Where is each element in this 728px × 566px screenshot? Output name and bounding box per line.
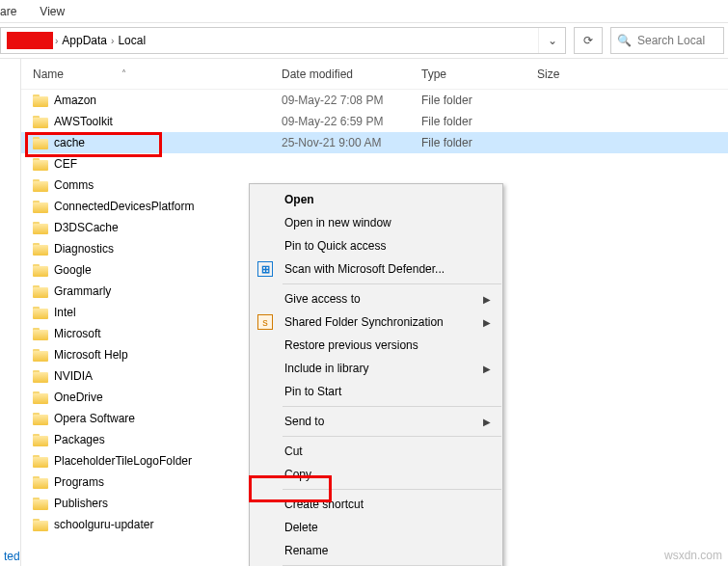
breadcrumb-appdata[interactable]: AppData [60,28,109,53]
file-name: Publishers [54,497,108,510]
ctx-open-new-window[interactable]: Open in new window [250,211,502,234]
ctx-separator [283,436,501,437]
watermark: wsxdn.com [664,549,722,562]
table-row[interactable]: cache25-Nov-21 9:00 AMFile folder [21,132,728,153]
file-name: NVIDIA [54,369,93,383]
folder-icon [33,307,48,319]
table-row[interactable]: AWSToolkit09-May-22 6:59 PMFile folder [21,111,728,132]
table-row[interactable]: Amazon09-May-22 7:08 PMFile folder [21,90,728,111]
file-name: Opera Software [54,412,135,425]
cell-date: 25-Nov-21 9:00 AM [270,136,410,149]
column-header-size[interactable]: Size [526,67,603,81]
ctx-create-shortcut[interactable]: Create shortcut [250,493,502,516]
ctx-separator [283,406,501,407]
file-name: OneDrive [54,391,103,404]
file-name: schoolguru-updater [54,518,153,531]
cell-name: cache [21,136,270,149]
folder-icon [33,243,48,256]
cell-name: OneDrive [21,391,270,404]
cell-date: 09-May-22 7:08 PM [270,94,410,107]
folder-icon [33,285,48,298]
column-header-name[interactable]: Name ˄ [21,67,270,81]
ctx-pin-to-start[interactable]: Pin to Start [250,380,502,403]
defender-icon: ⊞ [257,261,273,277]
file-name: D3DSCache [54,221,119,234]
ctx-restore-previous[interactable]: Restore previous versions [250,334,502,357]
file-name: Diagnostics [54,242,114,256]
file-name: AWSToolkit [54,115,113,128]
cell-name: NVIDIA [21,369,270,383]
cell-name: Microsoft Help [21,348,270,362]
ctx-give-access-to[interactable]: Give access to ▶ [250,287,502,310]
cell-name: AWSToolkit [21,115,270,128]
file-name: Intel [54,306,76,319]
tab-view[interactable]: View [28,0,76,22]
file-name: ConnectedDevicesPlatform [54,200,194,213]
column-name-label: Name [33,67,64,81]
ctx-copy[interactable]: Copy [250,463,502,486]
cell-date: 09-May-22 6:59 PM [270,115,410,128]
column-header-row: Name ˄ Date modified Type Size [21,59,728,90]
ctx-pin-quick-access[interactable]: Pin to Quick access [250,234,502,257]
folder-icon [33,222,48,234]
file-name: Microsoft [54,327,101,340]
footer-selected-link[interactable]: ted [4,550,20,563]
chevron-right-icon: ▶ [483,417,491,427]
cell-name: Publishers [21,497,270,510]
tab-share[interactable]: are [0,0,28,22]
folder-icon [33,455,48,468]
cell-name: Opera Software [21,412,270,425]
ctx-rename[interactable]: Rename [250,539,502,562]
ctx-include-library[interactable]: Include in library ▶ [250,357,502,380]
cell-name: Comms [21,178,270,192]
cell-name: Programs [21,475,270,489]
chevron-right-icon: ▶ [483,317,491,328]
file-name: Comms [54,178,94,192]
cell-type: File folder [410,115,526,128]
ctx-open[interactable]: Open [250,188,502,211]
footer: ted [0,547,20,566]
table-row[interactable]: CEF [21,153,728,175]
ctx-separator [283,489,501,490]
file-name: Microsoft Help [54,348,128,362]
folder-icon [33,519,48,531]
ctx-include-library-label: Include in library [284,362,368,375]
folder-icon [33,370,48,383]
refresh-icon: ⟳ [583,34,593,47]
column-header-date[interactable]: Date modified [270,67,410,81]
address-dropdown[interactable]: ⌄ [538,28,565,53]
ctx-shared-folder-sync[interactable]: s Shared Folder Synchronization ▶ [250,310,502,334]
breadcrumb[interactable]: › AppData › Local [1,28,151,53]
ctx-send-to[interactable]: Send to ▶ [250,410,502,433]
context-menu: Open Open in new window Pin to Quick acc… [249,183,503,566]
folder-icon [33,476,48,489]
address-bar[interactable]: › AppData › Local ⌄ [0,27,566,54]
cell-name: D3DSCache [21,221,270,234]
search-placeholder: Search Local [637,34,705,47]
cell-type: File folder [410,136,526,149]
cell-name: Packages [21,433,270,446]
folder-icon [33,137,48,149]
chevron-right-icon: › [111,36,114,46]
folder-icon [33,94,48,107]
file-name: Google [54,263,92,277]
file-name: PlaceholderTileLogoFolder [54,454,192,468]
cell-name: Intel [21,306,270,319]
column-header-type[interactable]: Type [410,67,526,81]
ctx-separator [283,283,501,284]
address-row: › AppData › Local ⌄ ⟳ 🔍 Search Local [0,23,728,59]
ctx-shared-sync-label: Shared Folder Synchronization [284,315,444,329]
folder-icon [33,179,48,192]
ctx-cut[interactable]: Cut [250,440,502,463]
ctx-give-access-label: Give access to [284,292,361,306]
ctx-delete[interactable]: Delete [250,516,502,539]
ctx-scan-defender[interactable]: ⊞ Scan with Microsoft Defender... [250,257,502,281]
refresh-button[interactable]: ⟳ [574,27,603,54]
breadcrumb-local[interactable]: Local [116,28,148,53]
folder-icon [33,158,48,171]
folder-icon [33,498,48,510]
cell-name: schoolguru-updater [21,518,270,531]
folder-icon [33,264,48,277]
search-input[interactable]: 🔍 Search Local [610,27,724,54]
nav-pane-edge [0,59,21,566]
